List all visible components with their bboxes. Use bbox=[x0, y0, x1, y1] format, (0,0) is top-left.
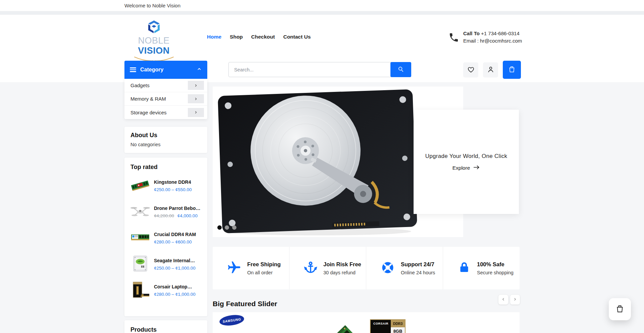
page: Welcome to Noble Vision NOBLE VISION Hom… bbox=[0, 0, 644, 333]
category-dropdown-button[interactable]: Category bbox=[124, 61, 207, 79]
welcome-text: Welcome to Noble Vision bbox=[124, 3, 180, 8]
product-thumbnail-ram-angled bbox=[130, 177, 150, 195]
features-strip: Free Shiping On all order Join Risk Free… bbox=[213, 247, 520, 289]
chevron-right-icon[interactable] bbox=[188, 81, 204, 90]
search-bar bbox=[228, 62, 411, 77]
feature-text: 100% Safe Secure shopping bbox=[477, 261, 514, 275]
nav-item-home[interactable]: Home bbox=[207, 34, 221, 40]
about-us-widget: About Us No categories bbox=[124, 127, 207, 153]
logo-icon bbox=[146, 29, 162, 35]
topbar bbox=[0, 0, 644, 11]
logo[interactable]: NOBLE VISION bbox=[124, 20, 183, 63]
featured-product-samsung[interactable]: SAMSUNG bbox=[219, 314, 245, 327]
slider-next-button[interactable] bbox=[510, 295, 520, 304]
hamburger-icon bbox=[130, 66, 136, 73]
hero-slider-dots bbox=[217, 225, 236, 230]
nav-item-contact[interactable]: Contact Us bbox=[283, 34, 311, 40]
product-thumbnail-ram-package bbox=[130, 282, 150, 299]
slider-dot-1[interactable] bbox=[217, 225, 222, 230]
top-rated-item-info: Corsair Laptop… ¢280.00 – ¢1,000.00 bbox=[154, 284, 196, 297]
top-rated-item[interactable]: Drone Parrot Bebo… ¢4,200.00 ¢4,000.00 bbox=[130, 203, 201, 221]
lifebuoy-icon bbox=[380, 260, 395, 276]
featured-product-corsair[interactable]: CORSAIR DDR3 8GB bbox=[370, 319, 406, 333]
search-icon bbox=[397, 65, 405, 74]
arrow-right-icon bbox=[473, 165, 480, 171]
top-rated-item-info: Drone Parrot Bebo… ¢4,200.00 ¢4,000.00 bbox=[154, 206, 200, 218]
shopping-bag-icon bbox=[615, 303, 625, 315]
product-name[interactable]: Corsair Laptop… bbox=[154, 284, 196, 289]
explore-link[interactable]: Explore bbox=[452, 165, 480, 171]
logo-wordmark: NOBLE VISION bbox=[124, 36, 183, 56]
top-rated-item[interactable]: Seagate Internal… ¢250.00 – ¢1,000.00 bbox=[130, 255, 201, 274]
corsair-type-label: DDR3 bbox=[391, 320, 405, 327]
anchor-icon bbox=[304, 261, 318, 276]
corsair-size-label: 8GB bbox=[391, 327, 405, 333]
chevron-right-icon bbox=[513, 297, 517, 302]
cart-button[interactable] bbox=[503, 61, 521, 79]
slider-dot-2[interactable] bbox=[225, 225, 229, 230]
phone-icon bbox=[448, 32, 459, 44]
product-thumbnail-drone bbox=[130, 203, 150, 221]
product-name[interactable]: Crucial DDR4 RAM bbox=[154, 232, 196, 237]
products-title: Products bbox=[130, 326, 201, 333]
product-price: ¢250.00 – ¢550.00 bbox=[154, 187, 192, 192]
category-item-gadgets[interactable]: Gadgets bbox=[124, 79, 207, 92]
category-item-memory-ram[interactable]: Memory & RAM bbox=[124, 92, 207, 106]
product-price: ¢280.00 – ¢600.00 bbox=[154, 239, 196, 244]
slider-prev-button[interactable] bbox=[498, 295, 508, 304]
feature-support: Support 24/7 Online 24 hours bbox=[366, 247, 443, 289]
feature-text: Join Risk Free 30 days refund bbox=[323, 261, 361, 275]
product-thumbnail-ram-flat bbox=[130, 229, 150, 247]
about-body: No categories bbox=[130, 142, 201, 147]
lock-icon bbox=[457, 261, 471, 276]
top-rated-item-info: Kingstone DDR4 ¢250.00 – ¢550.00 bbox=[154, 179, 192, 192]
product-price: ¢250.00 – ¢1,000.00 bbox=[154, 266, 196, 271]
hero-promo-card: Upgrade Your World, One Click Explore bbox=[414, 110, 519, 214]
feature-free-shipping: Free Shiping On all order bbox=[213, 247, 289, 289]
product-price: ¢4,200.00 ¢4,000.00 bbox=[154, 213, 200, 218]
slider-dot-3[interactable] bbox=[232, 225, 236, 230]
top-rated-item-info: Seagate Internal… ¢250.00 – ¢1,000.00 bbox=[154, 258, 196, 271]
account-button[interactable] bbox=[483, 62, 498, 77]
featured-slider-track: SAMSUNG CORSAIR bbox=[213, 312, 520, 333]
chevron-right-icon[interactable] bbox=[188, 94, 204, 103]
product-name[interactable]: Kingstone DDR4 bbox=[154, 179, 192, 185]
product-name[interactable]: Seagate Internal… bbox=[154, 258, 196, 263]
search-input[interactable] bbox=[229, 67, 390, 72]
top-rated-item[interactable]: Kingstone DDR4 ¢250.00 – ¢550.00 bbox=[130, 176, 201, 195]
product-old-price: ¢4,200.00 bbox=[154, 213, 174, 218]
about-title: About Us bbox=[130, 132, 201, 139]
top-rated-item[interactable]: Crucial DDR4 RAM ¢280.00 – ¢600.00 bbox=[130, 229, 201, 247]
product-name[interactable]: Drone Parrot Bebo… bbox=[154, 206, 200, 211]
category-item-storage-devices[interactable]: Storage devices bbox=[124, 106, 207, 119]
contact-email-line: Email : hr@cocmhsrc.com bbox=[463, 37, 522, 45]
featured-slider-title: Big Featured Slider bbox=[213, 300, 277, 308]
product-price: ¢280.00 – ¢1,000.00 bbox=[154, 292, 196, 297]
top-rated-widget: Top rated Kingstone DDR4 bbox=[124, 158, 207, 316]
feature-text: Support 24/7 Online 24 hours bbox=[401, 261, 435, 275]
feature-risk-free: Join Risk Free 30 days refund bbox=[289, 247, 366, 289]
user-icon bbox=[487, 65, 495, 75]
shopping-bag-icon bbox=[507, 65, 516, 75]
contact-info: Call To +1 734-686-0314 Email : hr@cocmh… bbox=[463, 30, 522, 45]
chevron-right-icon[interactable] bbox=[188, 108, 204, 117]
heart-icon bbox=[467, 65, 475, 75]
products-widget: Products bbox=[124, 320, 207, 333]
floating-cart-button[interactable] bbox=[609, 298, 631, 320]
feature-text: Free Shiping On all order bbox=[247, 261, 281, 275]
top-rated-item-info: Crucial DDR4 RAM ¢280.00 – ¢600.00 bbox=[154, 232, 196, 244]
plane-icon bbox=[227, 260, 241, 276]
corsair-brand-label: CORSAIR bbox=[371, 320, 391, 327]
feature-secure: 100% Safe Secure shopping bbox=[443, 247, 520, 289]
nav-item-shop[interactable]: Shop bbox=[230, 34, 243, 40]
top-rated-title: Top rated bbox=[130, 164, 201, 171]
wishlist-button[interactable] bbox=[463, 62, 478, 77]
nav-item-checkout[interactable]: Checkout bbox=[251, 34, 275, 40]
product-thumbnail-hard-drive bbox=[130, 256, 150, 273]
top-rated-item[interactable]: Corsair Laptop… ¢280.00 – ¢1,000.00 bbox=[130, 281, 201, 300]
topbar-divider bbox=[0, 11, 644, 15]
search-button[interactable] bbox=[390, 62, 411, 77]
chevron-up-icon bbox=[197, 66, 202, 73]
top-rated-list: Kingstone DDR4 ¢250.00 – ¢550.00 bbox=[130, 176, 201, 300]
main-nav: Home Shop Checkout Contact Us bbox=[207, 34, 311, 40]
